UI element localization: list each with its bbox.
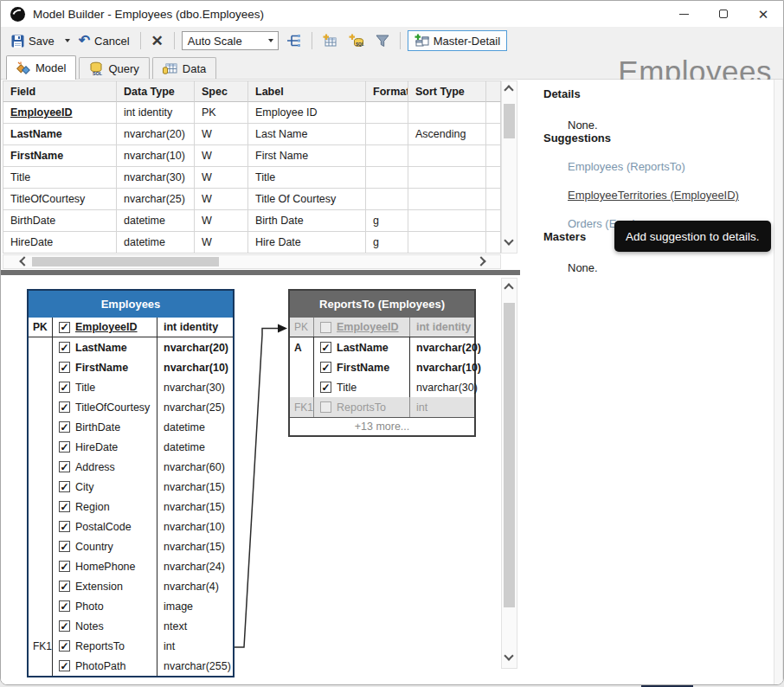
suggestion-employeeterritories[interactable]: EmployeeTerritories (EmployeeID) [568,189,774,202]
cell-data-type[interactable]: nvarchar(30) [117,167,195,189]
minimize-button[interactable] [664,1,704,27]
checkbox-checked-icon[interactable] [59,481,70,492]
cell-sort-type[interactable] [408,189,486,210]
field-name[interactable]: PostalCode [75,521,132,533]
checkbox-checked-icon[interactable] [59,362,70,373]
cell-label[interactable]: Employee ID [248,102,366,124]
grid-horizontal-scrollbar[interactable] [3,254,501,269]
field-name[interactable]: Title [337,382,357,394]
field-name[interactable]: Photo [75,600,104,613]
cell-format[interactable]: g [366,210,408,232]
col-header-format[interactable]: Format [366,80,408,102]
checkbox-checked-icon[interactable] [59,342,70,353]
cell-spec[interactable]: PK [195,102,248,124]
field-name[interactable]: PhotoPath [75,660,125,672]
cell-data-type[interactable]: datetime [117,210,195,232]
checkbox-checked-icon[interactable] [59,441,70,453]
cell-field[interactable]: TitleOfCourtesy [3,189,117,210]
field-name[interactable]: Title [75,382,95,394]
cell-data-type[interactable]: nvarchar(20) [117,124,195,145]
cell-sort-type[interactable] [408,102,486,124]
field-name[interactable]: EmployeeID [75,321,138,333]
cell-spec[interactable]: W [195,189,248,210]
field-name[interactable]: Region [75,501,110,513]
grid-row-lastname[interactable]: LastName nvarchar(20) W Last Name Ascend… [3,124,501,145]
field-name[interactable]: EmployeeID [337,321,399,333]
cell-field[interactable]: HireDate [3,232,117,254]
grid-row-employeeid[interactable]: EmployeeID int identity PK Employee ID [3,102,501,124]
field-name[interactable]: Address [75,461,115,473]
cell-field[interactable]: BirthDate [3,210,117,232]
cell-format[interactable] [366,145,408,167]
field-name[interactable]: ReportsTo [75,640,125,652]
field-name[interactable]: City [75,481,94,493]
field-name[interactable]: Extension [75,581,123,593]
cell-label[interactable]: Birth Date [248,210,366,232]
panel-scrollbar-track[interactable] [774,80,783,685]
grid-row-birthdate[interactable]: BirthDate datetime W Birth Date g [3,210,501,232]
tab-data[interactable]: Data [152,57,216,79]
cell-spec[interactable]: W [195,232,248,254]
cell-field[interactable]: Title [3,167,117,189]
cell-spec[interactable]: W [195,210,248,232]
cell-format[interactable]: g [366,232,408,254]
field-name[interactable]: LastName [75,342,127,354]
cell-data-type[interactable]: datetime [117,232,195,254]
cell-sort-type[interactable]: Ascending [408,124,486,145]
scroll-down-icon[interactable] [504,235,513,245]
add-detail-button[interactable] [319,31,341,50]
grid-row-titleofcourtesy[interactable]: TitleOfCourtesy nvarchar(25) W Title Of … [3,189,501,210]
grid-row-hiredate[interactable]: HireDate datetime W Hire Date g [3,232,501,254]
checkbox-checked-icon[interactable] [59,541,70,552]
col-header-label[interactable]: Label [248,80,366,102]
field-name[interactable]: HireDate [75,441,118,453]
cell-label[interactable]: First Name [248,145,366,167]
scroll-right-icon[interactable] [476,256,485,266]
more-fields-label[interactable]: +13 more... [290,417,474,435]
checkbox-checked-icon[interactable] [59,561,70,572]
cell-format[interactable] [366,124,408,145]
checkbox-checked-icon[interactable] [59,461,70,472]
cell-field[interactable]: EmployeeID [3,102,117,124]
diagram-vertical-scrollbar[interactable] [501,278,517,669]
grid-row-title[interactable]: Title nvarchar(30) W Title [3,167,501,189]
save-button[interactable]: Save [8,32,58,50]
checkbox-unchecked-icon[interactable] [320,401,331,413]
cell-data-type[interactable]: nvarchar(25) [117,189,195,210]
grid-vertical-scrollbar[interactable] [501,80,517,254]
cell-field[interactable]: LastName [3,124,117,145]
grid-vscroll-thumb[interactable] [504,104,515,138]
field-name[interactable]: Country [75,541,113,553]
diagram-vscroll-thumb[interactable] [504,303,515,607]
field-name[interactable]: BirthDate [75,421,120,433]
grid-hscroll-thumb[interactable] [32,257,219,266]
scroll-up-icon[interactable] [504,85,513,94]
cancel-button[interactable]: ↶ Cancel [75,31,133,50]
filter-button[interactable] [372,32,393,50]
entity-employees-header[interactable]: Employees [29,291,233,318]
close-button[interactable]: ✕ [743,1,783,27]
tab-query[interactable]: SQL Query [79,57,149,79]
add-sql-button[interactable]: SQL [345,31,368,50]
maximize-button[interactable] [704,1,743,27]
auto-layout-button[interactable] [283,31,305,50]
cell-format[interactable] [366,189,408,210]
checkbox-checked-icon[interactable] [59,660,70,671]
cell-label[interactable]: Title [248,167,366,189]
field-name[interactable]: Notes [75,620,104,632]
field-name[interactable]: ReportsTo [337,401,386,414]
col-header-field[interactable]: Field [3,80,117,102]
cell-label[interactable]: Last Name [248,124,366,145]
scale-combobox[interactable]: Auto Scale [182,31,279,50]
field-name[interactable]: LastName [337,342,389,354]
scroll-left-icon[interactable] [19,256,29,266]
checkbox-checked-icon[interactable] [59,322,70,333]
grid-row-firstname[interactable]: FirstName nvarchar(10) W First Name [3,145,501,167]
col-header-spec[interactable]: Spec [195,80,248,102]
checkbox-checked-icon[interactable] [59,521,70,532]
checkbox-checked-icon[interactable] [320,342,331,353]
checkbox-checked-icon[interactable] [59,401,70,413]
checkbox-checked-icon[interactable] [59,501,70,512]
scroll-up-icon[interactable] [504,283,513,292]
checkbox-checked-icon[interactable] [320,362,331,373]
